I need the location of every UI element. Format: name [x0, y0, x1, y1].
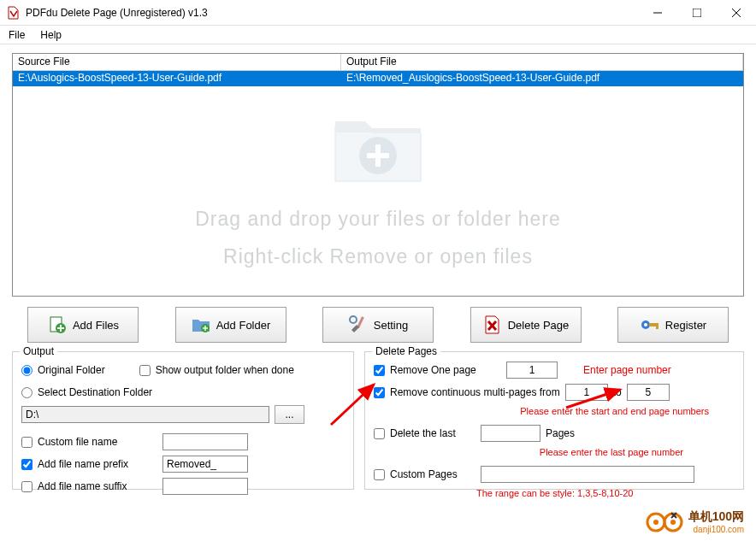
title-text: PDFdu Delete Page (Unregistered) v1.3 [26, 7, 638, 19]
suffix-checkbox[interactable] [21, 481, 32, 492]
delete-last-input[interactable] [481, 425, 540, 442]
prefix-label: Add file name prefix [38, 458, 157, 470]
dest-folder-radio[interactable] [21, 387, 32, 398]
multi-from-input[interactable] [565, 384, 608, 401]
app-icon [7, 6, 21, 20]
multi-to-label: to [613, 386, 622, 398]
svg-rect-1 [693, 9, 701, 17]
add-folder-button[interactable]: Add Folder [175, 307, 286, 343]
register-button[interactable]: Register [617, 307, 729, 343]
delete-last-checkbox[interactable] [374, 428, 385, 439]
prefix-checkbox[interactable] [21, 459, 32, 470]
remove-one-label: Remove One page [390, 364, 501, 376]
show-done-checkbox[interactable] [139, 365, 151, 376]
watermark-cn: 单机100网 [688, 509, 744, 525]
register-icon [640, 315, 660, 335]
close-button[interactable] [717, 0, 756, 26]
svg-point-27 [670, 520, 676, 525]
setting-icon [348, 315, 369, 335]
delete-group: Delete Pages Remove One page Enter page … [364, 351, 744, 490]
col-output[interactable]: Output File [341, 54, 743, 70]
remove-one-hint: Enter page number [583, 364, 671, 376]
dest-folder-label: Select Destination Folder [38, 386, 152, 398]
watermark: 单机100网 danji100.com [646, 509, 744, 534]
folder-plus-icon [331, 109, 425, 185]
multi-to-input[interactable] [627, 384, 670, 401]
suffix-input[interactable] [162, 478, 248, 495]
dz-line2: Right-click Remove or open files [195, 238, 561, 276]
delete-title: Delete Pages [372, 345, 440, 357]
custom-hint: The range can be style: 1,3,5-8,10-20 [476, 488, 633, 498]
prefix-input[interactable] [162, 456, 248, 473]
col-source[interactable]: Source File [13, 54, 341, 70]
custom-pages-input[interactable] [481, 466, 694, 483]
add-files-button[interactable]: Add Files [27, 307, 139, 343]
dz-line1: Drag and drop your files or folder here [195, 201, 561, 238]
svg-rect-21 [656, 323, 659, 329]
original-folder-radio[interactable] [21, 365, 32, 376]
menubar: File Help [0, 26, 756, 44]
svg-point-4 [359, 137, 397, 174]
custom-name-checkbox[interactable] [21, 437, 32, 448]
delete-last-unit: Pages [546, 427, 575, 439]
delete-page-button[interactable]: Delete Page [470, 307, 582, 343]
custom-name-label: Custom file name [38, 436, 157, 448]
svg-point-19 [644, 323, 647, 326]
original-folder-label: Original Folder [38, 364, 105, 376]
custom-pages-checkbox[interactable] [374, 469, 385, 480]
show-done-label: Show output folder when done [156, 364, 294, 376]
watermark-url: danji100.com [688, 525, 744, 534]
last-hint: Please enter the last page number [540, 447, 683, 457]
add-files-icon [47, 315, 68, 335]
delete-page-icon [482, 315, 503, 335]
remove-multi-label: Remove continuous multi-pages from [390, 386, 560, 398]
output-title: Output [20, 345, 57, 357]
menu-file[interactable]: File [9, 29, 25, 41]
toolbar: Add Files Add Folder Setting Delete Page… [12, 307, 744, 343]
menu-help[interactable]: Help [40, 29, 62, 41]
svg-point-25 [653, 520, 659, 525]
watermark-icon [646, 511, 683, 533]
setting-button[interactable]: Setting [322, 307, 434, 343]
file-row-source: E:\Auslogics-BoostSpeed-13-User-Guide.pd… [13, 71, 341, 86]
browse-button[interactable]: ... [275, 405, 304, 424]
remove-multi-checkbox[interactable] [374, 387, 385, 398]
titlebar: PDFdu Delete Page (Unregistered) v1.3 [0, 0, 756, 26]
maximize-button[interactable] [677, 0, 717, 26]
path-input[interactable] [21, 406, 269, 423]
file-row[interactable]: E:\Auslogics-BoostSpeed-13-User-Guide.pd… [13, 71, 743, 86]
svg-point-15 [350, 316, 357, 323]
remove-one-input[interactable] [506, 362, 558, 379]
add-folder-icon [191, 315, 211, 335]
file-list[interactable]: Source File Output File E:\Auslogics-Boo… [12, 53, 744, 297]
remove-one-checkbox[interactable] [374, 365, 385, 376]
multi-hint: Please enter the start and end page numb… [520, 406, 709, 416]
file-row-output: E:\Removed_Auslogics-BoostSpeed-13-User-… [341, 71, 743, 86]
drop-zone: Drag and drop your files or folder here … [13, 88, 743, 296]
delete-last-label: Delete the last [390, 427, 475, 439]
custom-pages-label: Custom Pages [390, 468, 475, 480]
custom-name-input[interactable] [162, 433, 248, 450]
suffix-label: Add file name suffix [38, 480, 157, 492]
output-group: Output Original Folder Show output folde… [12, 351, 354, 490]
minimize-button[interactable] [638, 0, 677, 26]
file-list-header: Source File Output File [13, 54, 743, 71]
